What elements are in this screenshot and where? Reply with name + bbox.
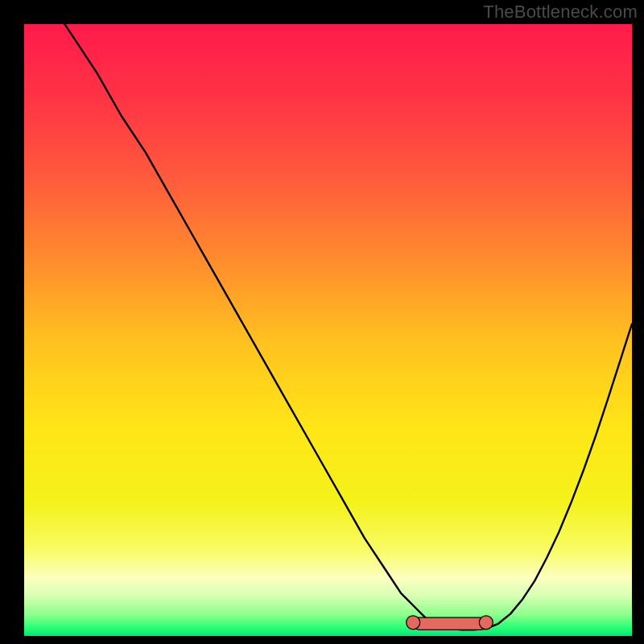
gradient-background <box>24 24 632 636</box>
watermark-text: TheBottleneck.com <box>483 2 638 23</box>
plot-svg <box>24 24 632 636</box>
optimal-start-marker <box>407 616 420 630</box>
chart-frame: TheBottleneck.com <box>0 0 644 644</box>
plot-area <box>24 24 632 636</box>
optimal-range-bar <box>413 617 486 630</box>
optimal-end-marker <box>479 616 493 630</box>
